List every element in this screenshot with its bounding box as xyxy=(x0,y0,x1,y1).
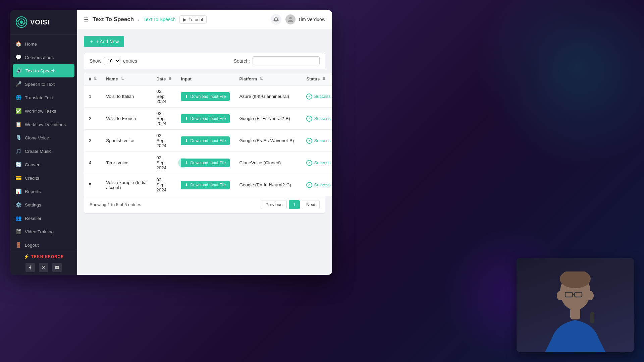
play-icon: ▶ xyxy=(183,17,186,22)
next-page-button[interactable]: Next xyxy=(302,200,320,209)
download-input-file-button[interactable]: ⬇ Download Input File xyxy=(181,92,230,101)
sidebar-item-credits[interactable]: 💳 Credits xyxy=(10,171,77,185)
download-small-icon: ⬇ xyxy=(185,116,188,121)
notifications-button[interactable] xyxy=(271,14,281,25)
webcam-overlay xyxy=(517,258,634,352)
data-table: # ⇅ Name ⇅ Date xyxy=(84,73,332,196)
cell-name: Tim's voice xyxy=(101,152,152,174)
sidebar-item-label: Workflow Tasks xyxy=(25,109,56,114)
status-check-icon: ✓ xyxy=(306,160,312,166)
webcam-placeholder xyxy=(517,258,634,352)
hamburger-icon[interactable]: ☰ xyxy=(84,16,89,23)
sort-icon-num: ⇅ xyxy=(94,77,97,81)
col-name[interactable]: Name ⇅ xyxy=(101,73,152,85)
table-body: 1 Voisi to Italian 02 Sep, 2024 ⬇ Downlo… xyxy=(84,85,332,196)
conversations-icon: 💬 xyxy=(15,54,21,60)
download-input-file-button[interactable]: ⬇ Download Input File xyxy=(181,114,230,123)
col-date[interactable]: Date ⇅ xyxy=(152,73,176,85)
current-page-button[interactable]: 1 xyxy=(289,200,300,209)
teknikforce-text: TEKNIKFORCE xyxy=(31,254,64,259)
previous-page-button[interactable]: Previous xyxy=(261,200,287,209)
tutorial-button[interactable]: ▶ Tutorial xyxy=(179,15,207,24)
sort-icon-platform: ⇅ xyxy=(260,77,263,81)
hash-icon: # xyxy=(89,76,91,81)
sidebar-item-label: Text to Speech xyxy=(25,68,55,73)
svg-point-10 xyxy=(557,291,564,300)
sidebar-item-translate-text[interactable]: 🌐 Translate Text xyxy=(10,91,77,104)
cell-num: 2 xyxy=(84,108,102,130)
table-row: 1 Voisi to Italian 02 Sep, 2024 ⬇ Downlo… xyxy=(84,85,332,108)
plus-icon: ＋ xyxy=(89,39,94,45)
youtube-icon[interactable] xyxy=(52,263,62,272)
sidebar-item-text-to-speech[interactable]: 🔊 Text to Speech xyxy=(13,64,74,77)
cell-status: ✓ Success xyxy=(302,130,332,152)
sort-icon-date: ⇅ xyxy=(168,77,171,81)
add-new-button[interactable]: ＋ + Add New xyxy=(84,36,124,47)
breadcrumb[interactable]: Text To Speech xyxy=(144,17,175,22)
sidebar-item-conversations[interactable]: 💬 Conversations xyxy=(10,51,77,64)
sidebar-item-reseller[interactable]: 👥 Reseller xyxy=(10,212,77,225)
col-status[interactable]: Status ⇅ xyxy=(302,73,332,85)
teknikforce-logo: ⚡ TEKNIKFORCE xyxy=(15,254,72,259)
page-title: Text To Speech xyxy=(93,16,134,23)
top-bar: ☰ Text To Speech › Text To Speech ▶ Tuto… xyxy=(77,10,332,29)
translate-icon: 🌐 xyxy=(15,95,21,101)
table-header-row: # ⇅ Name ⇅ Date xyxy=(84,73,332,85)
cell-date: 02 Sep, 2024 xyxy=(152,152,176,174)
sidebar-item-workflow-definitions[interactable]: 📋 Workflow Definitions xyxy=(10,118,77,131)
cell-status: ✓ Success xyxy=(302,152,332,174)
cell-name: Voisi to Italian xyxy=(101,85,152,108)
download-input-file-button[interactable]: ⬇ Download Input File xyxy=(181,159,230,167)
cell-platform: Google (Fr-Fr-Neural2-B) xyxy=(234,108,302,130)
sidebar-item-reports[interactable]: 📊 Reports xyxy=(10,185,77,198)
facebook-icon[interactable] xyxy=(25,263,35,272)
cell-date: 02 Sep, 2024 xyxy=(152,108,176,130)
cell-platform: Azure (It-It-Giannineural) xyxy=(234,85,302,108)
user-name: Tim Verduow xyxy=(298,17,325,22)
clone-voice-icon: 🎙️ xyxy=(15,135,21,141)
sidebar-item-video-training[interactable]: 🎬 Video Training xyxy=(10,225,77,238)
sidebar-item-label: Clone Voice xyxy=(25,135,49,140)
sidebar-item-label: Reports xyxy=(25,189,41,194)
status-check-icon: ✓ xyxy=(306,94,312,100)
sidebar-item-label: Speech to Text xyxy=(25,82,55,87)
user-info[interactable]: Tim Verduow xyxy=(285,14,325,24)
download-small-icon: ⬇ xyxy=(185,161,188,165)
col-platform[interactable]: Platform ⇅ xyxy=(234,73,302,85)
teknikforce-icon: ⚡ xyxy=(23,254,29,259)
sort-icon-name: ⇅ xyxy=(121,77,124,81)
status-badge: ✓ Success xyxy=(306,94,330,100)
twitter-icon[interactable] xyxy=(39,263,48,272)
cell-status: ✓ Success xyxy=(302,85,332,108)
sidebar-item-convert[interactable]: 🔄 Convert xyxy=(10,158,77,171)
sidebar-item-settings[interactable]: ⚙️ Settings xyxy=(10,198,77,212)
sidebar-item-home[interactable]: 🏠 Home xyxy=(10,37,77,51)
cell-num: 5 xyxy=(84,174,102,196)
col-input: Input xyxy=(176,73,234,85)
cell-num: 4 xyxy=(84,152,102,174)
col-num[interactable]: # ⇅ xyxy=(84,73,102,85)
tts-icon: 🔊 xyxy=(16,68,22,74)
search-label: Search: xyxy=(234,58,250,64)
sidebar-item-workflow-tasks[interactable]: ✅ Workflow Tasks xyxy=(10,104,77,118)
top-bar-right: Tim Verduow xyxy=(271,14,325,25)
sidebar-item-speech-to-text[interactable]: 🎤 Speech to Text xyxy=(10,77,77,91)
sidebar-item-logout[interactable]: 🚪 Logout xyxy=(10,238,77,250)
download-small-icon: ⬇ xyxy=(185,183,188,187)
download-input-file-button[interactable]: ⬇ Download Input File xyxy=(181,181,230,189)
search-input[interactable] xyxy=(253,56,320,65)
sort-icon-status: ⇅ xyxy=(322,77,325,81)
sidebar-item-clone-voice[interactable]: 🎙️ Clone Voice xyxy=(10,131,77,144)
sidebar-nav: 🏠 Home 💬 Conversations 🔊 Text to Speech … xyxy=(10,35,77,250)
home-icon: 🏠 xyxy=(15,41,21,47)
main-content: ☰ Text To Speech › Text To Speech ▶ Tuto… xyxy=(77,10,332,275)
sidebar-item-label: Translate Text xyxy=(25,95,53,100)
download-input-file-button[interactable]: ⬇ Download Input File xyxy=(181,136,230,145)
sidebar-item-label: Convert xyxy=(25,162,41,167)
sidebar-item-create-music[interactable]: 🎵 Create Music xyxy=(10,144,77,158)
cell-input: ⬇ Download Input File xyxy=(176,108,234,130)
table-footer: Showing 1 to 5 of 5 entries Previous 1 N… xyxy=(84,196,325,214)
entries-select[interactable]: 10 25 50 xyxy=(104,57,120,65)
table-row: 2 Voisi to French 02 Sep, 2024 ⬇ Downloa… xyxy=(84,108,332,130)
sidebar-item-label: Workflow Definitions xyxy=(25,122,66,127)
